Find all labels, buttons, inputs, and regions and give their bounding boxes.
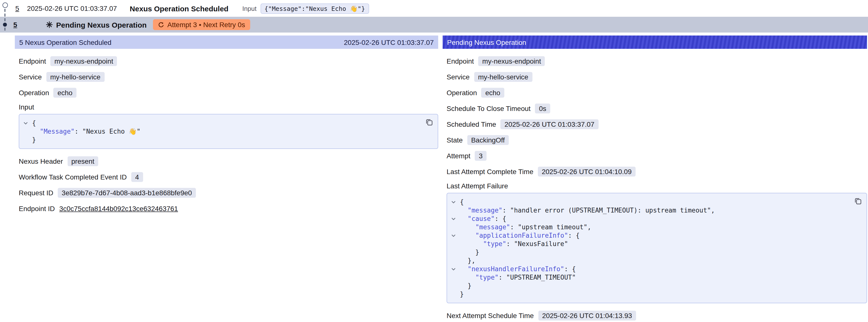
pending-event-id-link[interactable]: 5 bbox=[13, 21, 17, 29]
pending-operation-header-title: Pending Nexus Operation bbox=[447, 38, 526, 46]
code-text: "message": "upstream timeout", bbox=[460, 223, 591, 231]
copy-icon[interactable] bbox=[854, 197, 862, 205]
event-input-label: Input bbox=[242, 5, 257, 12]
field-label: Next Attempt Schedule Time bbox=[446, 312, 534, 320]
field-row-service: Service my-hello-service bbox=[446, 71, 867, 82]
code-line: "message": "handler error (UPSTREAM_TIME… bbox=[447, 206, 850, 215]
code-line: } bbox=[447, 290, 850, 298]
pending-operation-panel: Pending Nexus Operation Endpoint my-nexu… bbox=[443, 35, 867, 322]
field-row-schedule-to-close-timeout: Schedule To Close Timeout 0s bbox=[446, 103, 867, 114]
field-row-scheduled-time: Scheduled Time 2025-02-26 UTC 01:03:37.0… bbox=[446, 119, 867, 130]
endpoint-id-link[interactable]: 3c0c75ccfa8144b092c13ce632463761 bbox=[59, 205, 178, 213]
code-line: "type": "UPSTREAM_TIMEOUT" bbox=[447, 273, 850, 282]
collapse-chevron-icon[interactable] bbox=[447, 199, 460, 204]
field-value-badge: my-hello-service bbox=[46, 72, 104, 82]
field-label: Endpoint ID bbox=[19, 205, 55, 213]
collapse-chevron-icon[interactable] bbox=[447, 233, 460, 238]
code-line: "applicationFailureInfo": { bbox=[447, 231, 850, 240]
code-text: }, bbox=[460, 256, 475, 265]
code-line: "type": "NexusFailure" bbox=[447, 240, 850, 248]
field-row-service: Service my-hello-service bbox=[19, 71, 438, 82]
field-value-badge: echo bbox=[54, 88, 76, 98]
field-row-nexus-header: Nexus Header present bbox=[19, 156, 438, 167]
code-text: "type": "UPSTREAM_TIMEOUT" bbox=[460, 273, 576, 282]
retry-badge-text: Attempt 3 • Next Retry 0s bbox=[167, 21, 245, 29]
event-timestamp: 2025-02-26 UTC 01:03:37.07 bbox=[27, 4, 117, 12]
event-title: Nexus Operation Scheduled bbox=[130, 4, 228, 12]
field-value-badge: 3 bbox=[475, 151, 487, 161]
field-row-operation: Operation echo bbox=[19, 87, 438, 98]
code-text: "type": "NexusFailure" bbox=[460, 240, 568, 248]
field-value-badge: 2025-02-26 UTC 01:03:37.07 bbox=[501, 119, 598, 129]
field-row-state: State BackingOff bbox=[446, 135, 867, 146]
event-row-nexus-operation-scheduled[interactable]: 5 2025-02-26 UTC 01:03:37.07 Nexus Opera… bbox=[0, 0, 868, 17]
event-id-link[interactable]: 5 bbox=[15, 4, 19, 12]
field-label: Operation bbox=[446, 89, 477, 97]
code-line: } bbox=[447, 282, 850, 290]
field-row-endpoint: Endpoint my-nexus-endpoint bbox=[446, 56, 867, 67]
pending-title: Pending Nexus Operation bbox=[56, 21, 147, 29]
pending-asterisk-icon bbox=[46, 21, 53, 28]
field-label: Endpoint bbox=[19, 57, 46, 65]
field-value-badge: present bbox=[67, 156, 98, 166]
event-detail-panel: 5 Nexus Operation Scheduled 2025-02-26 U… bbox=[15, 35, 438, 219]
pending-operation-body: Endpoint my-nexus-endpoint Service my-he… bbox=[443, 49, 867, 321]
field-label: Service bbox=[446, 73, 469, 81]
field-row-request-id: Request ID 3e829b7e-7d67-4b08-aad3-b1e86… bbox=[19, 187, 438, 198]
field-label: Scheduled Time bbox=[446, 120, 496, 128]
code-text: } bbox=[32, 136, 36, 144]
field-row-next-attempt-schedule-time: Next Attempt Schedule Time 2025-02-26 UT… bbox=[446, 310, 867, 321]
last-attempt-failure-label: Last Attempt Failure bbox=[446, 182, 867, 190]
code-line: "Message": "Nexus Echo 👋" bbox=[19, 127, 421, 136]
field-value-badge: 3e829b7e-7d67-4b08-aad3-b1e868bfe9e0 bbox=[58, 188, 196, 198]
retry-refresh-icon bbox=[158, 22, 164, 28]
field-value-badge: my-nexus-endpoint bbox=[478, 56, 545, 66]
field-row-endpoint: Endpoint my-nexus-endpoint bbox=[19, 56, 438, 67]
code-text: "cause": { bbox=[460, 215, 506, 223]
field-value-badge: echo bbox=[482, 88, 504, 98]
field-label: Endpoint bbox=[446, 57, 474, 65]
event-detail-body: Endpoint my-nexus-endpoint Service my-he… bbox=[15, 49, 438, 214]
collapse-chevron-icon[interactable] bbox=[447, 216, 460, 221]
field-row-workflow-task-completed-event-id: Workflow Task Completed Event ID 4 bbox=[19, 171, 438, 183]
collapse-chevron-icon[interactable] bbox=[447, 266, 460, 271]
copy-icon[interactable] bbox=[425, 118, 433, 126]
code-line: } bbox=[19, 136, 421, 144]
field-label: Workflow Task Completed Event ID bbox=[19, 173, 127, 181]
collapse-chevron-icon[interactable] bbox=[19, 121, 32, 126]
code-line: } bbox=[447, 248, 850, 256]
code-text: } bbox=[460, 248, 479, 256]
field-value-badge: my-nexus-endpoint bbox=[51, 56, 117, 66]
code-text: "Message": "Nexus Echo 👋" bbox=[32, 127, 141, 136]
field-value-badge: 2025-02-26 UTC 01:04:10.09 bbox=[538, 167, 636, 176]
code-text: "message": "handler error (UPSTREAM_TIME… bbox=[460, 206, 715, 215]
field-label: Request ID bbox=[19, 189, 53, 197]
event-detail-header: 5 Nexus Operation Scheduled 2025-02-26 U… bbox=[15, 35, 438, 49]
code-text: } bbox=[460, 282, 471, 290]
timeline-node-circle-icon bbox=[2, 2, 8, 8]
input-json-viewer: { "Message": "Nexus Echo 👋"} bbox=[19, 114, 438, 149]
code-text: "applicationFailureInfo": { bbox=[460, 231, 580, 240]
field-row-attempt: Attempt 3 bbox=[446, 151, 867, 161]
field-label: Last Attempt Complete Time bbox=[446, 168, 533, 175]
field-row-last-attempt-complete-time: Last Attempt Complete Time 2025-02-26 UT… bbox=[446, 166, 867, 177]
code-line: "message": "upstream timeout", bbox=[447, 223, 850, 231]
code-text: } bbox=[460, 290, 464, 298]
event-detail-header-timestamp: 2025-02-26 UTC 01:03:37.07 bbox=[344, 38, 434, 46]
field-label: Attempt bbox=[446, 152, 470, 160]
workflow-event-history-view: 5 2025-02-26 UTC 01:03:37.07 Nexus Opera… bbox=[0, 0, 868, 322]
pending-operation-header: Pending Nexus Operation bbox=[443, 35, 867, 49]
code-line: "cause": { bbox=[447, 215, 850, 223]
field-label: Nexus Header bbox=[19, 157, 63, 165]
timeline-gutter bbox=[0, 0, 12, 44]
field-label: Schedule To Close Timeout bbox=[446, 104, 530, 112]
field-label: Service bbox=[19, 73, 42, 81]
code-line: { bbox=[447, 198, 850, 206]
code-text: { bbox=[460, 198, 464, 206]
event-row-pending-nexus-operation[interactable]: 5 Pending Nexus Operation Attempt 3 • Ne… bbox=[0, 17, 868, 33]
event-input-preview: {"Message":"Nexus Echo 👋"} bbox=[260, 3, 369, 13]
code-text: { bbox=[32, 119, 36, 127]
field-value-badge: my-hello-service bbox=[474, 72, 532, 82]
code-text: "nexusHandlerFailureInfo": { bbox=[460, 265, 576, 273]
code-line: }, bbox=[447, 256, 850, 265]
